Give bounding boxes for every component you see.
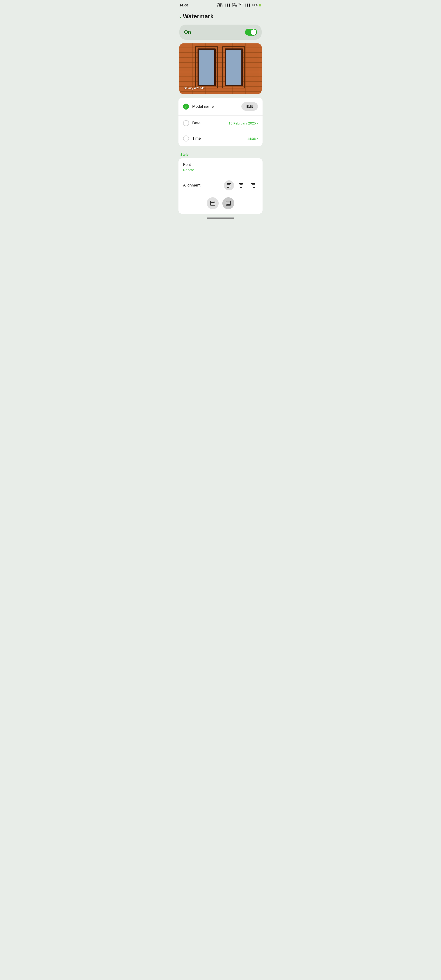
model-name-row[interactable]: ✓ Model name Edit (178, 98, 263, 116)
svg-rect-1 (211, 202, 215, 203)
date-chevron: › (257, 121, 258, 125)
font-value: Roboto (183, 168, 258, 172)
date-row[interactable]: Date 18 February 2025 › (178, 116, 263, 131)
style-card: Font Roboto Alignment (178, 158, 263, 214)
date-value: 18 February 2025 › (229, 121, 258, 125)
time-radio[interactable] (183, 135, 189, 142)
time-label: Time (192, 136, 244, 141)
svg-rect-3 (226, 204, 230, 205)
settings-card: ✓ Model name Edit Date 18 February 2025 … (178, 98, 263, 146)
bottom-nav (176, 215, 265, 223)
toggle-knob (251, 29, 256, 35)
style-section-label: Style (176, 150, 265, 158)
nav-indicator (207, 218, 234, 219)
time-row[interactable]: Time 14:06 › (178, 131, 263, 146)
window-right (224, 48, 243, 86)
signal-bars-2: ▎▎▎▎ (244, 4, 251, 7)
volte2-icon: Vo))LTE2 (232, 3, 237, 8)
status-time: 14:06 (179, 3, 188, 7)
model-name-edit-button[interactable]: Edit (241, 102, 258, 111)
status-icons: Vo))LTE1 ▎▎▎▎ Vo))LTE2 4G+↑↓ ▎▎▎▎ 51% 🔋 (217, 3, 262, 8)
date-label: Date (192, 121, 225, 126)
font-label: Font (183, 162, 258, 167)
volte1-icon: Vo))LTE1 (217, 3, 223, 8)
window-left (197, 48, 216, 86)
status-bar: 14:06 Vo))LTE1 ▎▎▎▎ Vo))LTE2 4G+↑↓ ▎▎▎▎ … (176, 0, 265, 10)
signal-bars-1: ▎▎▎▎ (224, 4, 231, 7)
battery-icon: 🔋 (258, 4, 262, 7)
time-value: 14:06 › (247, 137, 258, 140)
align-left-icon (227, 183, 231, 188)
alignment-row: Alignment (178, 176, 263, 194)
watermark-toggle[interactable] (245, 29, 257, 36)
align-right-icon (251, 183, 255, 188)
battery-indicator: 51% (252, 3, 258, 7)
align-center-button[interactable] (236, 180, 246, 190)
toggle-label: On (184, 29, 191, 35)
align-right-button[interactable] (248, 180, 258, 190)
preview-watermark-text: Galaxy A73 5G (183, 86, 204, 90)
check-icon: ✓ (185, 105, 188, 108)
font-row[interactable]: Font Roboto (178, 158, 263, 176)
page-title: Watermark (183, 13, 213, 20)
position-bottom-button[interactable] (222, 197, 234, 209)
back-button[interactable]: ‹ (179, 14, 181, 19)
position-bottom-icon (226, 201, 231, 205)
alignment-buttons (224, 180, 258, 190)
position-row (178, 194, 263, 214)
alignment-label: Alignment (183, 183, 221, 188)
4g-icon: 4G+↑↓ (239, 3, 243, 8)
preview-container: Galaxy A73 5G (179, 43, 262, 94)
time-chevron: › (257, 137, 258, 140)
watermark-toggle-row: On (179, 25, 262, 40)
brick-wall: Galaxy A73 5G (179, 43, 262, 94)
model-name-label: Model name (192, 104, 238, 109)
model-name-radio[interactable]: ✓ (183, 103, 189, 110)
position-top-button[interactable] (207, 197, 219, 209)
date-radio[interactable] (183, 120, 189, 126)
header: ‹ Watermark (176, 10, 265, 24)
align-center-icon (239, 183, 243, 188)
align-left-button[interactable] (224, 180, 234, 190)
position-top-icon (210, 201, 215, 205)
